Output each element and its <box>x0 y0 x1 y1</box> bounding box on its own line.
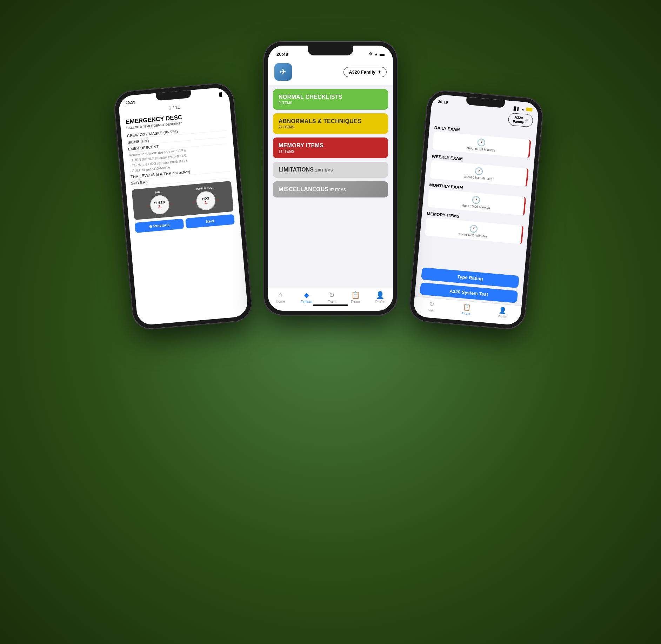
normal-checklists-card[interactable]: NORMAL CHECKLISTS 9 ITEMS <box>273 89 388 110</box>
speed-dial: PULL ← SPEED 3. → <box>149 190 170 215</box>
clock-icon: 🕐 <box>476 138 486 147</box>
status-icons: ✈ ▲ ▬ <box>369 51 385 57</box>
monthly-exam-time: about 10:06 Minutes <box>461 203 490 209</box>
speed-num: 3. <box>158 204 162 209</box>
family-button[interactable]: A320 Family ✈ <box>343 67 387 77</box>
clock-icon2: 🕐 <box>474 167 483 176</box>
family-label: A320 Family <box>349 69 375 75</box>
memory-items-time: about 15:24 Minutes <box>459 232 488 238</box>
weekly-exam-time: about 03:33 Minutes <box>464 175 493 181</box>
right-phone-screen: 20:19 ▐▌▌ ▲ A320Family ✈ DAILY EXAM 🕐 <box>413 94 539 326</box>
limitations-title: LIMITATIONS <box>279 167 314 173</box>
abnormals-title: ABNORMALS & TECHNIQUES <box>279 118 382 125</box>
speed-dial-circle: ← SPEED 3. → <box>149 195 170 215</box>
right-train-icon: ↻ <box>428 300 434 308</box>
center-tab-bar: ⌂ Home ◆ Explore ↻ Train 📋 Exam 👤 Pr <box>268 288 393 311</box>
abnormals-card[interactable]: ABNORMALS & TECHNIQUES 27 ITEMS <box>273 113 388 134</box>
notch-center <box>308 46 353 55</box>
clock-icon4: 🕐 <box>469 224 479 233</box>
left-phone-screen: 20:19 █ 1 / 11 EMERGENCY DESC CALLOUT: "… <box>118 87 248 326</box>
right-phone: 20:19 ▐▌▌ ▲ A320Family ✈ DAILY EXAM 🕐 <box>408 89 544 330</box>
home-indicator-center <box>313 304 348 306</box>
pull-label: PULL <box>155 190 163 194</box>
category-list: NORMAL CHECKLISTS 9 ITEMS ABNORMALS & TE… <box>268 85 393 288</box>
left-time: 20:19 <box>125 100 135 105</box>
misc-title: MISCELLANEOUS <box>279 186 329 192</box>
clock-icon3: 🕐 <box>472 195 481 204</box>
limitations-card[interactable]: LIMITATIONS 130 ITEMS <box>273 162 388 178</box>
home-icon: ⌂ <box>278 291 282 299</box>
wifi-icon: ▲ <box>374 52 378 56</box>
center-header: ✈ A320 Family ✈ <box>268 60 393 85</box>
cockpit-diagram: PULL ← SPEED 3. → TURN & PULL ← HDG <box>132 181 234 220</box>
checklist-items: CREW OXY MASKS (PF/PM) SIGNS (PM) EMER D… <box>127 124 231 187</box>
normal-subtitle: 9 ITEMS <box>279 101 382 105</box>
center-phone-screen: 20:48 ✈ ▲ ▬ ✈ A320 Family ✈ <box>268 46 393 311</box>
right-tab-train[interactable]: ↻ Train <box>427 300 435 313</box>
abnormals-subtitle: 27 ITEMS <box>279 125 382 129</box>
left-phone: 20:19 █ 1 / 11 EMERGENCY DESC CALLOUT: "… <box>113 82 253 330</box>
previous-button[interactable]: ⊕ Previous <box>135 219 184 233</box>
center-phone: 20:48 ✈ ▲ ▬ ✈ A320 Family ✈ <box>264 41 397 315</box>
profile-icon: 👤 <box>376 291 385 299</box>
left-content: 1 / 11 EMERGENCY DESC CALLOUT: "EMERGENC… <box>119 97 241 235</box>
scene: 20:19 █ 1 / 11 EMERGENCY DESC CALLOUT: "… <box>120 24 541 620</box>
tab-train[interactable]: ↻ Train <box>328 291 335 304</box>
signal-icon: ▐▌▌ <box>512 106 520 110</box>
turn-pull-label: TURN & PULL <box>195 186 214 191</box>
right-family-button[interactable]: A320Family ✈ <box>508 113 534 127</box>
right-tab-train-label: Train <box>427 308 435 313</box>
family-arrow-icon: ✈ <box>378 69 381 75</box>
right-tab-exam[interactable]: 📋 Exam <box>462 303 471 316</box>
right-profile-icon: 👤 <box>499 306 507 315</box>
tab-profile[interactable]: 👤 Profile <box>375 291 385 304</box>
train-icon: ↻ <box>329 291 335 299</box>
arrow-left-icon: ← <box>146 203 151 209</box>
right-status-icons: ▐▌▌ ▲ <box>512 106 533 112</box>
tab-exam-label: Exam <box>351 300 360 304</box>
arrow-right-icon2: → <box>214 197 220 203</box>
arrow-right-icon: → <box>168 201 174 207</box>
right-tab-exam-label: Exam <box>462 311 470 316</box>
daily-exam-time: about 01:09 Minutes <box>466 146 495 152</box>
tab-home-label: Home <box>276 300 285 303</box>
tab-train-label: Train <box>328 300 335 304</box>
tab-exam[interactable]: 📋 Exam <box>351 291 360 304</box>
right-exam-icon: 📋 <box>462 303 471 311</box>
next-button[interactable]: Next <box>185 214 235 229</box>
miscellaneous-card[interactable]: MISCELLANEOUS 57 ITEMS <box>273 181 388 197</box>
airplane-mode-icon: ✈ <box>369 52 373 56</box>
right-time: 20:19 <box>438 99 448 104</box>
arrow-left-icon2: ← <box>192 199 197 205</box>
tab-profile-label: Profile <box>375 300 385 304</box>
hdg-dial-circle: ← HDG 2. → <box>196 190 216 211</box>
explore-icon: ◆ <box>304 291 309 299</box>
memory-subtitle: 11 ITEMS <box>279 149 382 153</box>
app-icon: ✈ <box>274 63 292 81</box>
memory-items-card[interactable]: MEMORY ITEMS 11 ITEMS <box>273 137 388 158</box>
tab-explore[interactable]: ◆ Explore <box>300 291 312 304</box>
battery-icon: ▬ <box>380 51 385 57</box>
hdg-num: 2. <box>204 200 208 205</box>
hdg-dial: TURN & PULL ← HDG 2. → <box>195 186 216 211</box>
center-time: 20:48 <box>276 52 288 57</box>
right-wifi-icon: ▲ <box>521 107 525 111</box>
limitations-subtitle: 130 ITEMS <box>315 168 333 172</box>
misc-subtitle: 57 ITEMS <box>330 188 346 192</box>
tab-explore-label: Explore <box>300 300 312 304</box>
right-tab-profile[interactable]: 👤 Profile <box>498 306 507 319</box>
exam-list: DAILY EXAM 🕐 about 01:09 Minutes WEEKLY … <box>418 121 537 274</box>
exam-icon: 📋 <box>351 291 360 299</box>
plane-icon: ✈ <box>280 67 287 77</box>
right-family-label: A320Family <box>513 115 525 125</box>
left-battery: █ <box>219 92 222 97</box>
right-family-arrow-icon: ✈ <box>525 118 528 123</box>
right-tab-profile-label: Profile <box>498 315 507 319</box>
right-battery-icon <box>526 107 533 112</box>
memory-title: MEMORY ITEMS <box>279 142 382 149</box>
tab-home[interactable]: ⌂ Home <box>276 291 285 304</box>
normal-title: NORMAL CHECKLISTS <box>279 94 382 100</box>
